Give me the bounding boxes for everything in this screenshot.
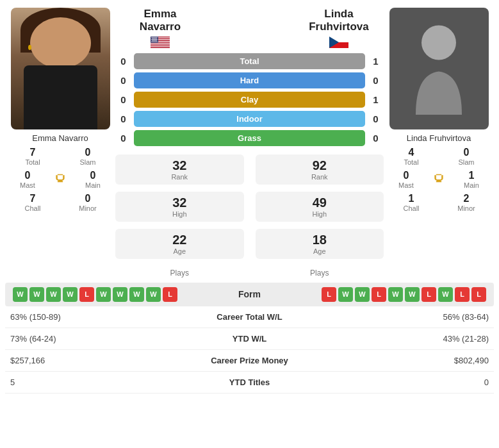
ytd-wl-label: YTD W/L [199, 334, 301, 344]
svg-rect-11 [151, 46, 170, 47]
hard-score-right: 0 [368, 75, 384, 86]
form-right-1: L [322, 287, 336, 302]
surface-table: 0 Total 1 0 Hard 0 0 Clay [115, 53, 384, 149]
right-player-photo [389, 8, 489, 129]
form-right-5: W [388, 287, 403, 302]
clay-score-right: 1 [368, 94, 384, 105]
left-stat-main: 0 Main [70, 170, 115, 189]
indoor-badge-wrap: Indoor [131, 111, 368, 127]
right-side-info: 4 Total 0 Slam 0 Mast [384, 147, 494, 216]
svg-point-30 [154, 40, 155, 40]
left-high-card: 32 High [115, 192, 244, 222]
career-prize-row: $257,166 Career Prize Money $802,490 [5, 350, 494, 372]
career-prize-left: $257,166 [10, 356, 199, 365]
form-right-10: L [471, 287, 486, 302]
form-right-8: W [438, 287, 453, 302]
center-age-cards: 22 Age 18 Age [115, 229, 384, 263]
center-names-top: Emma Navarro [115, 8, 384, 48]
svg-point-34 [154, 41, 154, 42]
form-right-6: W [405, 287, 420, 302]
left-stat-chall: 7 Chall [5, 193, 60, 212]
form-right-2: W [338, 287, 353, 302]
svg-point-17 [155, 37, 156, 38]
form-right-3: W [355, 287, 370, 302]
indoor-score-left: 0 [115, 113, 131, 124]
total-score-right: 1 [368, 56, 384, 67]
right-high-card: 49 High [256, 192, 384, 222]
svg-rect-12 [151, 47, 170, 47]
left-stat-row-1: 7 Total 0 Slam [5, 147, 115, 166]
career-wl-row: 63% (150-89) Career Total W/L 56% (83-64… [5, 306, 494, 328]
grass-score-left: 0 [115, 133, 131, 144]
svg-rect-9 [151, 44, 170, 45]
right-stat-row-2: 0 Mast 1 Main [384, 170, 494, 189]
right-player-block: Linda Fruhvirtova 4 Total 0 Slam 0 Mast [384, 8, 494, 216]
center-block: Emma Navarro [115, 8, 384, 278]
surface-total-row: 0 Total 1 [115, 53, 384, 69]
left-player-block: Emma Navarro 7 Total 0 Slam 0 Mast [5, 8, 115, 216]
svg-point-35 [155, 41, 156, 42]
form-left-3: W [46, 287, 61, 302]
clay-score-left: 0 [115, 94, 131, 105]
form-left-4: W [63, 287, 78, 302]
ytd-titles-label: YTD Titles [199, 377, 301, 387]
clay-badge: Clay [134, 92, 365, 108]
career-wl-label: Career Total W/L [199, 312, 301, 322]
left-stat-mast: 0 Mast [5, 170, 50, 189]
career-prize-right: $802,490 [301, 356, 489, 365]
form-right-4: L [372, 287, 386, 302]
svg-rect-10 [151, 46, 170, 46]
form-left-9: W [146, 287, 161, 302]
ytd-wl-row: 73% (64-24) YTD W/L 43% (21-28) [5, 328, 494, 350]
svg-point-19 [152, 38, 152, 38]
right-player-name-center: Linda Fruhvirtova [294, 8, 384, 48]
form-label: Form [224, 289, 275, 299]
left-player-name-center: Emma Navarro [115, 8, 205, 48]
center-info-cards: 32 Rank 92 Rank [115, 154, 384, 188]
right-stat-chall: 1 Chall [384, 193, 439, 212]
form-left-5: L [79, 287, 94, 302]
right-plays-label: Plays [256, 269, 384, 278]
svg-point-20 [153, 38, 154, 38]
surface-clay-row: 0 Clay 1 [115, 92, 384, 108]
svg-point-24 [152, 39, 153, 40]
left-age-card: 22 Age [115, 229, 244, 259]
right-trophy-icon [432, 170, 445, 189]
hard-badge-wrap: Hard [131, 72, 368, 88]
form-left-2: W [29, 287, 44, 302]
svg-point-40 [421, 26, 456, 60]
form-row: W W W W L W W W W L Form L W W L W W L W… [5, 283, 494, 306]
left-stat-row-2: 0 Mast 0 Main [5, 170, 115, 189]
center-plays-cards: Plays Plays [115, 266, 384, 278]
grass-badge: Grass [134, 130, 365, 146]
svg-point-27 [156, 39, 157, 40]
right-stat-mast: 0 Mast [384, 170, 429, 189]
surface-grass-row: 0 Grass 0 [115, 130, 384, 146]
form-left-6: W [96, 287, 111, 302]
form-left-7: W [113, 287, 127, 302]
svg-point-28 [152, 40, 152, 40]
form-badges-left: W W W W L W W W W L [13, 287, 224, 302]
form-right-9: L [455, 287, 470, 302]
svg-point-15 [152, 37, 153, 38]
svg-rect-7 [151, 42, 170, 43]
ytd-wl-left: 73% (64-24) [10, 334, 199, 344]
grass-badge-wrap: Grass [131, 130, 368, 146]
career-prize-label: Career Prize Money [199, 356, 301, 365]
svg-rect-8 [151, 44, 170, 44]
svg-point-29 [153, 40, 154, 40]
svg-point-25 [154, 39, 154, 40]
clay-badge-wrap: Clay [131, 92, 368, 108]
grass-score-right: 0 [368, 133, 384, 144]
left-plays-label: Plays [115, 269, 244, 278]
total-badge: Total [134, 53, 365, 69]
form-right-7: L [421, 287, 436, 302]
left-player-name-label: Emma Navarro [32, 133, 88, 143]
center-high-cards: 32 High 49 High [115, 192, 384, 226]
svg-point-36 [156, 41, 157, 42]
indoor-badge: Indoor [134, 111, 365, 127]
left-stat-row-3: 7 Chall 0 Minor [5, 193, 115, 212]
right-age-card: 18 Age [256, 229, 384, 259]
svg-point-18 [156, 37, 157, 38]
form-left-8: W [129, 287, 144, 302]
